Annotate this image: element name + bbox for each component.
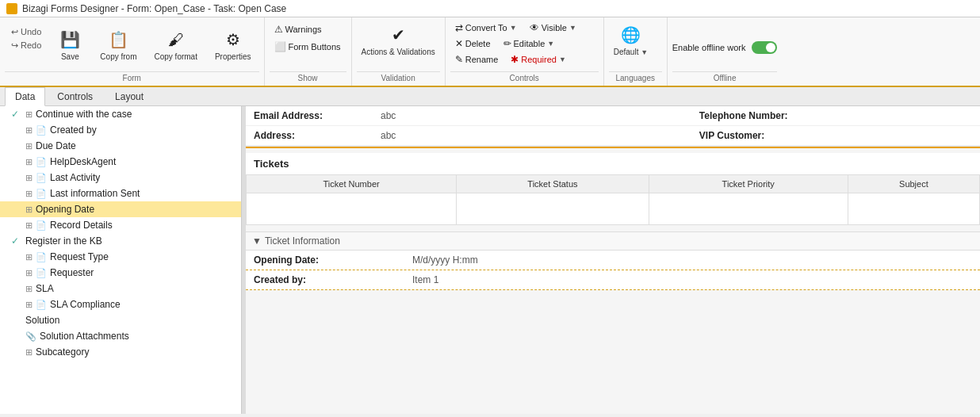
ticket-subject-col: Subject	[848, 175, 979, 193]
visible-dropdown[interactable]: ▼	[569, 24, 576, 32]
redo-button[interactable]: ↪ Redo	[8, 39, 44, 52]
sidebar-item-due-date[interactable]: ⊞ Due Date	[0, 138, 241, 154]
warnings-button[interactable]: ⚠ Warnings	[270, 22, 327, 36]
vip-label: VIP Customer:	[691, 126, 818, 146]
save-icon: 💾	[59, 29, 81, 51]
ribbon: ↩ Undo ↪ Redo 💾 Save 📋 Copy from	[0, 17, 980, 87]
form-fields-section: Email Address: abc Telephone Number: Add…	[246, 106, 980, 147]
offline-toggle[interactable]	[752, 41, 777, 54]
table-row: Email Address: abc Telephone Number:	[246, 106, 980, 126]
required-label: Required	[521, 55, 557, 64]
visible-button[interactable]: 👁 Visible ▼	[525, 21, 581, 35]
sidebar-item-last-activity[interactable]: ⊞ 📄 Last Activity	[0, 170, 241, 186]
last-activity-expand-icon: ⊞	[25, 173, 33, 183]
tickets-empty-cell-4	[848, 193, 979, 225]
main-layout: ✓ ⊞ Continue with the case ⊞ 📄 Created b…	[0, 106, 980, 414]
convert-to-dropdown[interactable]: ▼	[510, 24, 517, 32]
sidebar-item-created-by[interactable]: ⊞ 📄 Created by	[0, 122, 241, 138]
offline-label: Enable offline work	[672, 43, 746, 52]
solution-label: Solution	[25, 315, 59, 326]
record-details-doc-icon: 📄	[36, 220, 47, 231]
sidebar-item-register-kb[interactable]: ✓ Register in the KB	[0, 233, 241, 249]
address-label: Address:	[246, 126, 373, 146]
required-dropdown[interactable]: ▼	[559, 55, 566, 63]
tickets-title: Tickets	[246, 153, 980, 174]
save-button[interactable]: 💾 Save	[52, 25, 87, 64]
sidebar: ✓ ⊞ Continue with the case ⊞ 📄 Created b…	[0, 106, 242, 414]
subcategory-label: Subcategory	[36, 346, 89, 358]
ribbon-group-offline: Enable offline work Offline	[668, 17, 783, 86]
rename-button[interactable]: ✎ Rename	[450, 52, 503, 67]
ribbon-copyformat-col: 🖌 Copy format	[146, 21, 205, 64]
sidebar-item-solution[interactable]: Solution	[0, 312, 241, 328]
tickets-empty-cell-2	[457, 193, 649, 225]
default-language-icon: 🌐	[619, 24, 641, 46]
sla-compliance-expand-icon: ⊞	[25, 300, 33, 310]
sidebar-item-solution-attachments[interactable]: 📎 Solution Attachments	[0, 328, 241, 344]
solution-attachments-label: Solution Attachments	[40, 331, 129, 342]
telephone-label: Telephone Number:	[691, 106, 818, 126]
tab-data[interactable]: Data	[5, 87, 45, 106]
tickets-header-row: Ticket Number Ticket Status Ticket Prior…	[247, 175, 980, 193]
sidebar-item-record-details[interactable]: ⊞ 📄 Record Details	[0, 217, 241, 233]
content-area: Email Address: abc Telephone Number: Add…	[246, 106, 980, 414]
ticket-info-collapse-icon[interactable]: ▼	[252, 235, 262, 247]
rename-label: Rename	[465, 55, 499, 64]
tab-layout[interactable]: Layout	[105, 87, 154, 105]
ribbon-validation-items: ✔ Actions & Validations	[357, 17, 440, 71]
actions-validations-label: Actions & Validations	[362, 48, 435, 56]
tab-controls[interactable]: Controls	[47, 87, 103, 105]
record-details-label: Record Details	[50, 220, 113, 231]
actions-validations-button[interactable]: ✔ Actions & Validations	[357, 21, 440, 59]
sidebar-item-helpdesk-agent[interactable]: ⊞ 📄 HelpDeskAgent	[0, 154, 241, 170]
convert-to-button[interactable]: ⇄ Convert To ▼	[450, 21, 522, 35]
last-activity-label: Last Activity	[50, 172, 100, 183]
sidebar-item-request-type[interactable]: ⊞ 📄 Request Type	[0, 249, 241, 265]
sla-compliance-doc-icon: 📄	[36, 300, 47, 310]
copy-format-button[interactable]: 🖌 Copy format	[149, 25, 201, 64]
tickets-empty-cell-1	[247, 193, 457, 225]
helpdesk-expand-icon: ⊞	[25, 157, 33, 167]
ribbon-languages-items: 🌐 Default ▼	[609, 17, 662, 71]
ribbon-group-languages: 🌐 Default ▼ Languages	[604, 17, 668, 86]
ribbon-properties-col: ⚙ Properties	[207, 21, 259, 64]
sidebar-item-sla[interactable]: ⊞ SLA	[0, 281, 241, 296]
delete-button[interactable]: ✕ Delete	[450, 36, 496, 51]
tickets-empty-cell-3	[649, 193, 848, 225]
ribbon-group-show: ⚠ Warnings ⬜ Form Buttons Show	[265, 17, 352, 86]
register-kb-label: Register in the KB	[25, 235, 102, 247]
copy-from-icon: 📋	[107, 29, 129, 51]
required-button[interactable]: ✱ Required ▼	[506, 52, 571, 67]
sidebar-item-opening-date[interactable]: ⊞ Opening Date	[0, 201, 241, 217]
controls-row3: ✎ Rename ✱ Required ▼	[450, 52, 571, 67]
form-buttons-button[interactable]: ⬜ Form Buttons	[270, 40, 346, 54]
show-group-label: Show	[270, 71, 346, 86]
controls-row2: ✕ Delete ✏ Editable ▼	[450, 36, 559, 51]
ticket-priority-col: Ticket Priority	[649, 175, 848, 193]
ticket-info-section: ▼ Ticket Information Opening Date: M/d/y…	[246, 231, 980, 290]
request-type-label: Request Type	[50, 251, 109, 262]
undo-button[interactable]: ↩ Undo	[8, 25, 44, 39]
sidebar-item-subcategory[interactable]: ⊞ Subcategory	[0, 344, 241, 360]
ribbon-group-form: ↩ Undo ↪ Redo 💾 Save 📋 Copy from	[0, 17, 265, 86]
copy-from-button[interactable]: 📋 Copy from	[95, 25, 141, 64]
default-language-button[interactable]: 🌐 Default ▼	[609, 21, 653, 59]
continue-case-label: Continue with the case	[36, 109, 132, 120]
editable-button[interactable]: ✏ Editable ▼	[499, 36, 560, 51]
sla-label: SLA	[36, 283, 54, 294]
last-info-expand-icon: ⊞	[25, 189, 33, 199]
requester-label: Requester	[50, 267, 94, 278]
address-value: abc	[373, 126, 691, 146]
editable-dropdown[interactable]: ▼	[547, 40, 554, 48]
sidebar-item-requester[interactable]: ⊞ 📄 Requester	[0, 265, 241, 281]
offline-group-label: Offline	[672, 71, 778, 86]
sidebar-item-continue-case[interactable]: ✓ ⊞ Continue with the case	[0, 106, 241, 122]
sidebar-item-last-info-sent[interactable]: ⊞ 📄 Last information Sent	[0, 186, 241, 201]
app-icon	[6, 3, 17, 14]
sidebar-item-sla-compliance[interactable]: ⊞ 📄 SLA Compliance	[0, 296, 241, 312]
copy-format-label: Copy format	[154, 52, 197, 61]
form-group-label: Form	[5, 71, 259, 86]
properties-button[interactable]: ⚙ Properties	[210, 25, 256, 64]
opening-date-field-value: M/d/yyyy H:mm	[412, 254, 972, 266]
form-buttons-label: Form Buttons	[289, 42, 341, 52]
